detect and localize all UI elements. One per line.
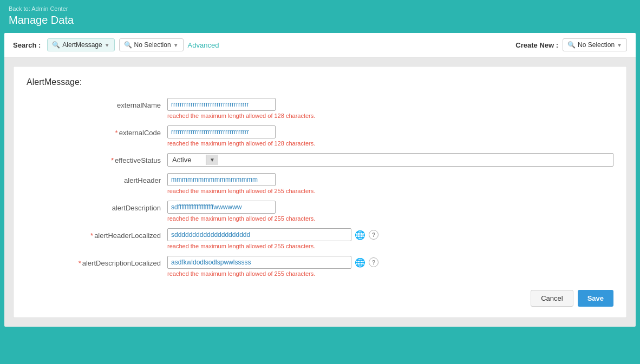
- create-search-icon: 🔍: [567, 41, 576, 49]
- create-new-label: Create New :: [515, 41, 558, 49]
- external-name-field: reached the maximum length allowed of 12…: [167, 98, 613, 119]
- alert-header-localized-field: 🌐 ? reached the maximum length allowed o…: [167, 228, 613, 249]
- alert-description-input[interactable]: [167, 201, 276, 214]
- alert-header-localized-help-icon[interactable]: ?: [369, 230, 378, 240]
- top-header: Back to: Admin Center Manage Data: [0, 0, 640, 33]
- alert-description-localized-globe-icon[interactable]: 🌐: [355, 257, 365, 268]
- page-title: Manage Data: [9, 14, 631, 27]
- back-link[interactable]: Back to: Admin Center: [9, 5, 631, 12]
- external-name-input[interactable]: [167, 98, 276, 111]
- search-selection-value: No Selection: [134, 41, 171, 49]
- effective-status-arrow-icon[interactable]: ▼: [206, 155, 218, 165]
- alert-header-localized-row: *alertHeaderLocalized 🌐 ? reached the ma…: [27, 228, 613, 249]
- search-selection-arrow-icon: ▼: [173, 42, 179, 48]
- create-arrow-icon: ▼: [617, 42, 622, 48]
- alert-description-error: reached the maximum length allowed of 25…: [167, 215, 613, 222]
- save-button[interactable]: Save: [578, 290, 613, 307]
- form-title: AlertMessage:: [27, 77, 613, 87]
- alert-header-error: reached the maximum length allowed of 25…: [167, 188, 613, 194]
- search-selection-search-icon: 🔍: [124, 41, 132, 49]
- cancel-button[interactable]: Cancel: [531, 290, 573, 307]
- alert-description-localized-row: *alertDescriptionLocalized 🌐 ? reached t…: [27, 256, 613, 277]
- create-selection-value: No Selection: [578, 41, 615, 49]
- alert-description-localized-error: reached the maximum length allowed of 25…: [167, 270, 613, 277]
- alert-description-localized-help-icon[interactable]: ?: [369, 257, 378, 267]
- alert-description-label: alertDescription: [27, 201, 167, 212]
- search-right: Create New : 🔍 No Selection ▼: [515, 38, 627, 51]
- alert-header-localized-input[interactable]: [167, 228, 351, 241]
- alert-description-localized-label: *alertDescriptionLocalized: [27, 256, 167, 267]
- alert-header-localized-required-star: *: [90, 231, 93, 240]
- search-label: Search :: [13, 41, 41, 49]
- alert-header-label: alertHeader: [27, 173, 167, 184]
- external-code-row: *externalCode reached the maximum length…: [27, 125, 613, 147]
- effective-status-value: Active: [168, 154, 206, 166]
- alert-description-row: alertDescription reached the maximum len…: [27, 201, 613, 222]
- search-left: Search : 🔍 AlertMessage ▼ 🔍 No Selection…: [13, 38, 219, 51]
- alert-description-localized-input[interactable]: [167, 256, 351, 269]
- effective-status-required-star: *: [111, 156, 114, 164]
- search-icon-sm: 🔍: [52, 41, 60, 49]
- effective-status-field: Active ▼: [167, 153, 613, 167]
- external-code-field: reached the maximum length allowed of 12…: [167, 125, 613, 147]
- effective-status-dropdown[interactable]: Active ▼: [167, 153, 613, 167]
- alert-description-localized-field: 🌐 ? reached the maximum length allowed o…: [167, 256, 613, 277]
- search-selection-dropdown[interactable]: 🔍 No Selection ▼: [119, 38, 184, 51]
- effective-status-label: *effectiveStatus: [27, 153, 167, 164]
- search-bar: Search : 🔍 AlertMessage ▼ 🔍 No Selection…: [4, 33, 636, 57]
- alert-description-localized-input-row: 🌐 ?: [167, 256, 613, 269]
- external-name-row: externalName reached the maximum length …: [27, 98, 613, 119]
- external-code-required-star: *: [115, 129, 118, 137]
- alert-description-localized-required-star: *: [79, 259, 81, 267]
- alert-header-localized-error: reached the maximum length allowed of 25…: [167, 243, 613, 249]
- search-type-arrow-icon: ▼: [105, 42, 110, 48]
- alert-header-localized-label: *alertHeaderLocalized: [27, 228, 167, 240]
- external-code-input[interactable]: [167, 125, 276, 138]
- search-type-value: AlertMessage: [62, 41, 102, 49]
- alert-header-localized-globe-icon[interactable]: 🌐: [355, 230, 365, 240]
- content-area: AlertMessage: externalName reached the m…: [4, 57, 636, 327]
- create-new-dropdown[interactable]: 🔍 No Selection ▼: [563, 38, 627, 51]
- form-footer: Cancel Save: [27, 290, 613, 307]
- external-code-error: reached the maximum length allowed of 12…: [167, 140, 613, 147]
- effective-status-row: *effectiveStatus Active ▼: [27, 153, 613, 167]
- alert-header-localized-input-row: 🌐 ?: [167, 228, 613, 241]
- alert-header-row: alertHeader reached the maximum length a…: [27, 173, 613, 194]
- external-name-label: externalName: [27, 98, 167, 109]
- alert-description-field: reached the maximum length allowed of 25…: [167, 201, 613, 222]
- alert-header-input[interactable]: [167, 173, 276, 186]
- external-name-error: reached the maximum length allowed of 12…: [167, 112, 613, 119]
- advanced-link[interactable]: Advanced: [188, 41, 219, 49]
- form-card: AlertMessage: externalName reached the m…: [13, 66, 627, 318]
- main-container: Search : 🔍 AlertMessage ▼ 🔍 No Selection…: [4, 33, 636, 327]
- alert-header-field: reached the maximum length allowed of 25…: [167, 173, 613, 194]
- search-type-dropdown[interactable]: 🔍 AlertMessage ▼: [47, 38, 114, 51]
- external-code-label: *externalCode: [27, 125, 167, 137]
